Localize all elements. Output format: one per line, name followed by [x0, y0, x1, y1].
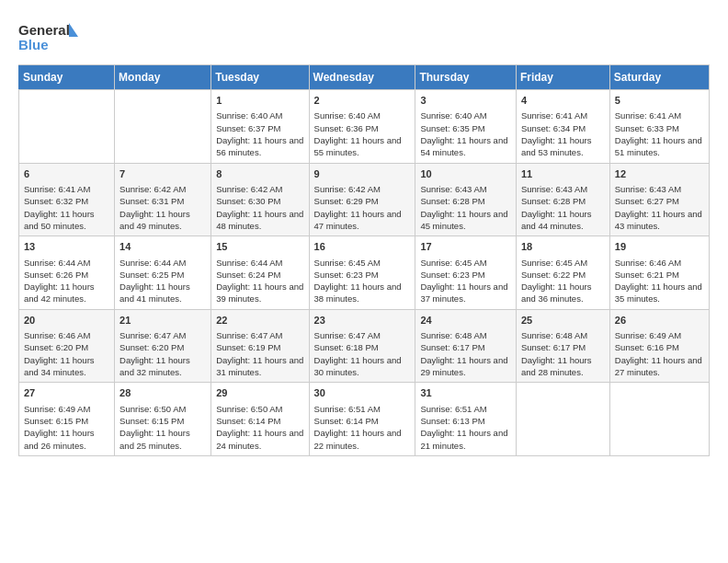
calendar-cell: 1Sunrise: 6:40 AM Sunset: 6:37 PM Daylig… [211, 90, 309, 164]
svg-text:General: General [18, 22, 70, 38]
day-info: Sunrise: 6:41 AM Sunset: 6:33 PM Dayligh… [615, 109, 704, 158]
day-number: 20 [24, 314, 109, 327]
day-info: Sunrise: 6:42 AM Sunset: 6:30 PM Dayligh… [216, 183, 303, 232]
day-number: 16 [314, 240, 411, 254]
day-info: Sunrise: 6:40 AM Sunset: 6:35 PM Dayligh… [420, 109, 511, 158]
calendar-body: 1Sunrise: 6:40 AM Sunset: 6:37 PM Daylig… [19, 90, 710, 456]
day-number: 29 [216, 386, 303, 400]
calendar-cell: 8Sunrise: 6:42 AM Sunset: 6:30 PM Daylig… [211, 163, 309, 236]
day-number: 23 [314, 314, 411, 327]
calendar-week-row: 1Sunrise: 6:40 AM Sunset: 6:37 PM Daylig… [19, 90, 710, 164]
calendar-cell: 7Sunrise: 6:42 AM Sunset: 6:31 PM Daylig… [115, 163, 211, 236]
svg-text:Blue: Blue [18, 37, 49, 52]
day-number: 7 [119, 167, 206, 181]
svg-marker-2 [69, 23, 78, 37]
day-number: 11 [521, 167, 605, 181]
calendar-cell: 29Sunrise: 6:50 AM Sunset: 6:14 PM Dayli… [211, 383, 309, 456]
day-number: 4 [521, 94, 605, 108]
calendar-cell: 23Sunrise: 6:47 AM Sunset: 6:18 PM Dayli… [309, 309, 415, 383]
day-info: Sunrise: 6:51 AM Sunset: 6:13 PM Dayligh… [420, 403, 511, 452]
calendar-cell: 5Sunrise: 6:41 AM Sunset: 6:33 PM Daylig… [609, 90, 709, 164]
day-info: Sunrise: 6:49 AM Sunset: 6:16 PM Dayligh… [615, 329, 704, 378]
day-number: 8 [216, 167, 303, 181]
calendar-week-row: 13Sunrise: 6:44 AM Sunset: 6:26 PM Dayli… [19, 236, 710, 310]
day-number: 27 [24, 386, 109, 400]
calendar-cell: 12Sunrise: 6:43 AM Sunset: 6:27 PM Dayli… [609, 163, 709, 236]
day-number: 2 [314, 94, 411, 108]
day-info: Sunrise: 6:41 AM Sunset: 6:32 PM Dayligh… [24, 183, 109, 232]
weekday-header-row: SundayMondayTuesdayWednesdayThursdayFrid… [19, 65, 710, 90]
page-header: GeneralBlue [18, 18, 710, 55]
day-number: 28 [119, 386, 206, 400]
logo: GeneralBlue [18, 18, 83, 55]
calendar-week-row: 20Sunrise: 6:46 AM Sunset: 6:20 PM Dayli… [19, 309, 710, 383]
calendar-cell: 14Sunrise: 6:44 AM Sunset: 6:25 PM Dayli… [115, 236, 211, 310]
day-info: Sunrise: 6:48 AM Sunset: 6:17 PM Dayligh… [420, 329, 511, 378]
day-number: 12 [615, 167, 704, 181]
weekday-header-cell: Tuesday [211, 65, 309, 90]
calendar-cell: 3Sunrise: 6:40 AM Sunset: 6:35 PM Daylig… [415, 90, 517, 164]
day-number: 10 [420, 167, 511, 181]
day-info: Sunrise: 6:47 AM Sunset: 6:20 PM Dayligh… [119, 329, 206, 378]
calendar-cell: 21Sunrise: 6:47 AM Sunset: 6:20 PM Dayli… [115, 309, 211, 383]
day-number: 24 [420, 314, 511, 327]
weekday-header-cell: Thursday [415, 65, 517, 90]
calendar-cell: 11Sunrise: 6:43 AM Sunset: 6:28 PM Dayli… [516, 163, 609, 236]
day-info: Sunrise: 6:45 AM Sunset: 6:23 PM Dayligh… [314, 257, 411, 305]
calendar-cell: 9Sunrise: 6:42 AM Sunset: 6:29 PM Daylig… [309, 163, 415, 236]
day-info: Sunrise: 6:51 AM Sunset: 6:14 PM Dayligh… [314, 403, 411, 452]
day-number: 26 [615, 314, 704, 327]
calendar-cell: 26Sunrise: 6:49 AM Sunset: 6:16 PM Dayli… [609, 309, 709, 383]
day-info: Sunrise: 6:46 AM Sunset: 6:21 PM Dayligh… [615, 257, 704, 305]
calendar-cell: 6Sunrise: 6:41 AM Sunset: 6:32 PM Daylig… [19, 163, 115, 236]
calendar-cell: 24Sunrise: 6:48 AM Sunset: 6:17 PM Dayli… [415, 309, 517, 383]
day-number: 9 [314, 167, 411, 181]
day-number: 6 [24, 167, 109, 181]
day-number: 15 [216, 240, 303, 254]
calendar-cell: 4Sunrise: 6:41 AM Sunset: 6:34 PM Daylig… [516, 90, 609, 164]
calendar-cell: 27Sunrise: 6:49 AM Sunset: 6:15 PM Dayli… [19, 383, 115, 456]
day-info: Sunrise: 6:49 AM Sunset: 6:15 PM Dayligh… [24, 403, 109, 452]
day-number: 17 [420, 240, 511, 254]
day-number: 5 [615, 94, 704, 108]
calendar-cell: 20Sunrise: 6:46 AM Sunset: 6:20 PM Dayli… [19, 309, 115, 383]
day-info: Sunrise: 6:43 AM Sunset: 6:28 PM Dayligh… [420, 183, 511, 232]
calendar-cell: 31Sunrise: 6:51 AM Sunset: 6:13 PM Dayli… [415, 383, 517, 456]
day-number: 22 [216, 314, 303, 327]
weekday-header-cell: Friday [516, 65, 609, 90]
calendar-cell [115, 90, 211, 164]
calendar-cell: 19Sunrise: 6:46 AM Sunset: 6:21 PM Dayli… [609, 236, 709, 310]
day-number: 19 [615, 240, 704, 254]
day-info: Sunrise: 6:43 AM Sunset: 6:27 PM Dayligh… [615, 183, 704, 232]
calendar-cell [609, 383, 709, 456]
weekday-header-cell: Monday [115, 65, 211, 90]
calendar-cell [19, 90, 115, 164]
calendar-cell: 28Sunrise: 6:50 AM Sunset: 6:15 PM Dayli… [115, 383, 211, 456]
day-info: Sunrise: 6:40 AM Sunset: 6:37 PM Dayligh… [216, 109, 303, 158]
day-number: 14 [119, 240, 206, 254]
day-info: Sunrise: 6:46 AM Sunset: 6:20 PM Dayligh… [24, 329, 109, 378]
day-info: Sunrise: 6:45 AM Sunset: 6:23 PM Dayligh… [420, 257, 511, 305]
day-info: Sunrise: 6:42 AM Sunset: 6:29 PM Dayligh… [314, 183, 411, 232]
calendar-cell: 18Sunrise: 6:45 AM Sunset: 6:22 PM Dayli… [516, 236, 609, 310]
calendar-week-row: 27Sunrise: 6:49 AM Sunset: 6:15 PM Dayli… [19, 383, 710, 456]
calendar-week-row: 6Sunrise: 6:41 AM Sunset: 6:32 PM Daylig… [19, 163, 710, 236]
day-number: 30 [314, 386, 411, 400]
calendar-cell: 13Sunrise: 6:44 AM Sunset: 6:26 PM Dayli… [19, 236, 115, 310]
day-info: Sunrise: 6:43 AM Sunset: 6:28 PM Dayligh… [521, 183, 605, 232]
day-number: 21 [119, 314, 206, 327]
day-number: 31 [420, 386, 511, 400]
day-info: Sunrise: 6:48 AM Sunset: 6:17 PM Dayligh… [521, 329, 605, 378]
day-info: Sunrise: 6:50 AM Sunset: 6:14 PM Dayligh… [216, 403, 303, 452]
day-info: Sunrise: 6:47 AM Sunset: 6:19 PM Dayligh… [216, 329, 303, 378]
weekday-header-cell: Sunday [19, 65, 115, 90]
day-number: 13 [24, 240, 109, 254]
calendar-cell [516, 383, 609, 456]
calendar-cell: 17Sunrise: 6:45 AM Sunset: 6:23 PM Dayli… [415, 236, 517, 310]
calendar-cell: 22Sunrise: 6:47 AM Sunset: 6:19 PM Dayli… [211, 309, 309, 383]
day-info: Sunrise: 6:41 AM Sunset: 6:34 PM Dayligh… [521, 109, 605, 158]
calendar-cell: 16Sunrise: 6:45 AM Sunset: 6:23 PM Dayli… [309, 236, 415, 310]
logo-svg: GeneralBlue [18, 18, 83, 55]
day-number: 3 [420, 94, 511, 108]
day-info: Sunrise: 6:44 AM Sunset: 6:24 PM Dayligh… [216, 257, 303, 305]
